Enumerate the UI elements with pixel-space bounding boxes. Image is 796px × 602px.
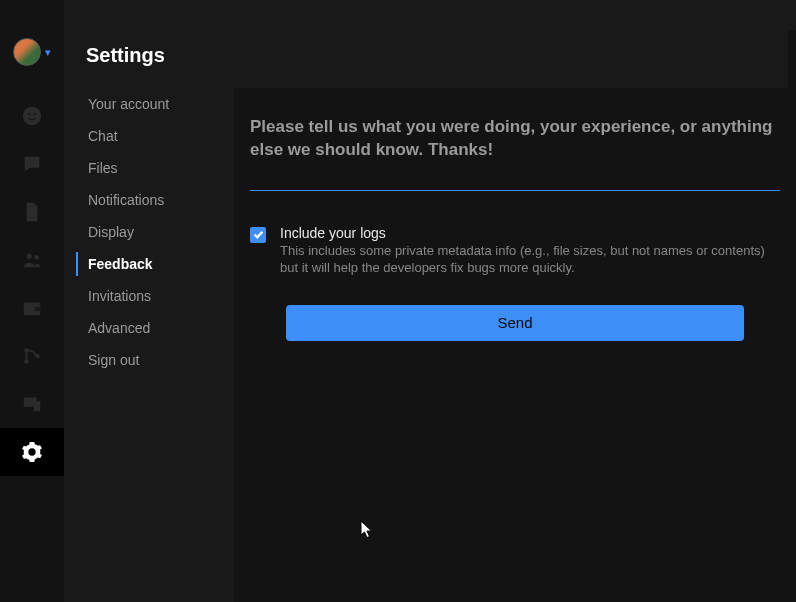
gear-icon — [21, 441, 43, 463]
subnav-label: Invitations — [88, 288, 151, 304]
files-icon — [21, 201, 43, 223]
rail-people[interactable] — [0, 92, 64, 140]
subnav-label: Files — [88, 160, 118, 176]
avatar — [13, 38, 41, 66]
check-icon — [253, 229, 264, 240]
include-logs-row: Include your logs This includes some pri… — [250, 225, 780, 277]
subnav-invitations[interactable]: Invitations — [76, 280, 234, 312]
rail-team[interactable] — [0, 236, 64, 284]
svg-point-6 — [34, 113, 36, 115]
svg-point-5 — [28, 113, 30, 115]
wallet-icon — [21, 297, 43, 319]
chat-icon — [21, 153, 43, 175]
subnav-sign-out[interactable]: Sign out — [76, 344, 234, 376]
subnav-your-account[interactable]: Your account — [76, 88, 234, 120]
git-icon — [21, 345, 43, 367]
subnav-label: Sign out — [88, 352, 139, 368]
subnav-chat[interactable]: Chat — [76, 120, 234, 152]
subnav-label: Notifications — [88, 192, 164, 208]
svg-point-12 — [24, 359, 29, 364]
svg-point-7 — [27, 254, 33, 260]
feedback-panel: Include your logs This includes some pri… — [234, 88, 796, 602]
rail-files[interactable] — [0, 188, 64, 236]
send-button[interactable]: Send — [286, 305, 744, 341]
scrollbar[interactable] — [788, 30, 796, 602]
include-logs-desc: This includes some private metadata info… — [280, 242, 770, 277]
include-logs-checkbox[interactable] — [250, 227, 266, 243]
svg-point-11 — [24, 348, 29, 353]
subnav-label: Advanced — [88, 320, 150, 336]
rail-chat[interactable] — [0, 140, 64, 188]
chevron-down-icon: ▾ — [45, 46, 51, 59]
devices-icon — [21, 393, 43, 415]
content-area: Settings Your account Chat Files Notific… — [64, 0, 796, 602]
subnav-notifications[interactable]: Notifications — [76, 184, 234, 216]
subnav-label: Feedback — [88, 256, 153, 272]
subnav-label: Display — [88, 224, 134, 240]
subnav-label: Your account — [88, 96, 169, 112]
page-title: Settings — [86, 44, 165, 67]
settings-subnav: Your account Chat Files Notifications Di… — [76, 88, 234, 602]
svg-point-8 — [34, 255, 39, 260]
svg-point-4 — [23, 107, 41, 125]
include-logs-text: Include your logs This includes some pri… — [280, 225, 770, 277]
subnav-advanced[interactable]: Advanced — [76, 312, 234, 344]
subnav-feedback[interactable]: Feedback — [76, 248, 234, 280]
rail-devices[interactable] — [0, 380, 64, 428]
feedback-input[interactable] — [250, 108, 780, 191]
include-logs-label: Include your logs — [280, 225, 770, 241]
people-icon — [21, 105, 43, 127]
svg-rect-10 — [35, 307, 41, 311]
rail-wallet[interactable] — [0, 284, 64, 332]
rail-settings[interactable] — [0, 428, 64, 476]
subnav-label: Chat — [88, 128, 118, 144]
rail-git[interactable] — [0, 332, 64, 380]
team-icon — [21, 249, 43, 271]
account-switcher[interactable]: ▾ — [13, 38, 51, 66]
svg-rect-15 — [34, 401, 40, 411]
left-rail: ▾ — [0, 0, 64, 602]
subnav-files[interactable]: Files — [76, 152, 234, 184]
subnav-display[interactable]: Display — [76, 216, 234, 248]
